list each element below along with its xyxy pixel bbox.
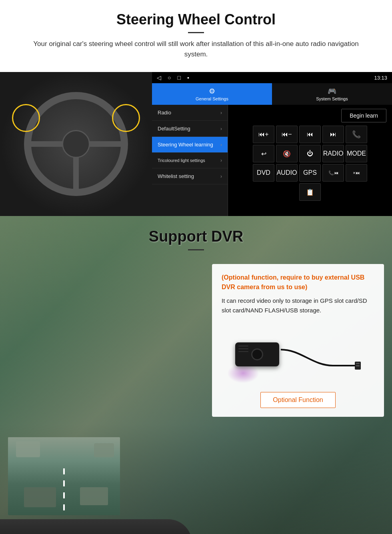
dvr-title: Support DVR: [0, 228, 392, 245]
menu-item-whitelist-label: Whitelist setting: [158, 173, 194, 179]
audio-button[interactable]: AUDIO: [276, 164, 298, 182]
dvr-divider: [188, 249, 204, 250]
svg-rect-1: [356, 363, 360, 364]
wheel-hub: [62, 130, 90, 158]
highlight-left: [12, 104, 40, 132]
menu-item-steering-label: Steering Wheel learning: [158, 142, 213, 148]
menu-panel: Radio › DefaultSetting › Steering Wheel …: [152, 105, 228, 216]
section1-title: Steering Wheel Control: [16, 11, 376, 28]
android-tabs: ⚙ General Settings 🎮 System Settings: [152, 83, 392, 105]
next-button[interactable]: ⏭: [322, 126, 344, 143]
cable-svg: [281, 338, 361, 370]
menu-item-whitelist[interactable]: Whitelist setting ›: [152, 168, 228, 184]
optional-btn-wrap: Optional Function: [222, 392, 374, 408]
menu-item-default-label: DefaultSetting: [158, 126, 190, 132]
radio-button[interactable]: RADIO: [322, 145, 344, 162]
control-row-1: ⏮+ ⏮− ⏮ ⏭ 📞: [230, 126, 390, 143]
begin-learn-button[interactable]: Begin learn: [341, 109, 386, 122]
control-row-4: 📋: [230, 183, 390, 201]
steering-wheel-section: Steering Wheel Control Your original car…: [0, 0, 392, 216]
title-divider: [188, 32, 204, 33]
nav-back-icon[interactable]: ◁: [157, 74, 161, 81]
vol-down-button[interactable]: ⏮−: [276, 126, 298, 143]
mute-button[interactable]: 🔇: [276, 145, 298, 162]
vol-up-button[interactable]: ⏮+: [253, 126, 274, 143]
system-settings-label: System Settings: [316, 96, 348, 101]
general-settings-label: General Settings: [196, 96, 228, 101]
nav-home-icon[interactable]: ○: [168, 74, 171, 81]
android-content: Radio › DefaultSetting › Steering Wheel …: [152, 105, 392, 216]
control-row-3: DVD AUDIO GPS 📞⏮ ×⏭: [230, 164, 390, 182]
tab-system-settings[interactable]: 🎮 System Settings: [272, 83, 392, 105]
control-panel: Begin learn ⏮+ ⏮− ⏮ ⏭ 📞 ↩ 🔇 ⏻: [228, 105, 392, 216]
menu-item-default-setting[interactable]: DefaultSetting ›: [152, 121, 228, 137]
begin-learn-row: Begin learn: [230, 107, 390, 124]
menu-arrow-radio: ›: [220, 110, 222, 116]
camera-lens: [251, 348, 263, 360]
menu-item-tricolour[interactable]: Tricoloured light settings ›: [152, 153, 228, 168]
back-button[interactable]: ↩: [253, 145, 274, 162]
menu-item-tricolour-label: Tricoloured light settings: [158, 158, 205, 163]
thumbnail-road: [8, 437, 120, 515]
mute-next-button[interactable]: ×⏭: [346, 164, 367, 182]
statusbar-time: 13:13: [374, 75, 387, 81]
menu-item-steering-wheel[interactable]: Steering Wheel learning ›: [152, 137, 228, 153]
android-statusbar: ◁ ○ □ ▪ 13:13: [152, 72, 392, 83]
dvd-button[interactable]: DVD: [253, 164, 274, 182]
android-ui-panel: ◁ ○ □ ▪ 13:13 ⚙ General Settings 🎮 Syste…: [152, 72, 392, 216]
dvr-section: Support DVR (Optional function, require …: [0, 216, 392, 534]
optional-function-button[interactable]: Optional Function: [260, 392, 335, 408]
steering-wheel-image: [0, 72, 152, 216]
tab-general-settings[interactable]: ⚙ General Settings: [152, 83, 272, 105]
menu-item-radio[interactable]: Radio ›: [152, 105, 228, 121]
nav-menu-icon[interactable]: ▪: [187, 74, 189, 81]
wheel-circle: [24, 92, 128, 196]
nav-buttons: ◁ ○ □ ▪: [157, 74, 189, 81]
menu-arrow-whitelist: ›: [220, 174, 222, 179]
camera-body: [235, 342, 279, 366]
highlight-right: [112, 104, 140, 132]
dvr-orange-text: (Optional function, require to buy exter…: [222, 273, 374, 292]
dvr-camera-illustration: [222, 322, 374, 386]
dvr-info-card: (Optional function, require to buy exter…: [212, 264, 384, 417]
power-button[interactable]: ⏻: [299, 145, 321, 162]
section1-title-area: Steering Wheel Control Your original car…: [0, 0, 392, 72]
dvr-title-area: Support DVR: [0, 216, 392, 255]
call-button[interactable]: 📞: [346, 126, 367, 143]
call-prev-button[interactable]: 📞⏮: [322, 164, 344, 182]
mode-button[interactable]: MODE: [346, 145, 367, 162]
dvr-black-text: It can record video only to storage in G…: [222, 296, 374, 315]
general-settings-icon: ⚙: [209, 87, 215, 96]
menu-item-radio-label: Radio: [158, 110, 171, 116]
menu-arrow-tricolour: ›: [220, 158, 222, 163]
dvr-thumbnail: [8, 437, 120, 515]
nav-square-icon[interactable]: □: [177, 74, 180, 81]
prev-button[interactable]: ⏮: [299, 126, 321, 143]
gps-button[interactable]: GPS: [299, 164, 321, 182]
dvr-dashboard: [0, 519, 192, 534]
section1-subtitle: Your original car's steering wheel contr…: [24, 39, 368, 59]
steering-demo-area: ◁ ○ □ ▪ 13:13 ⚙ General Settings 🎮 Syste…: [0, 72, 392, 216]
system-settings-icon: 🎮: [328, 87, 336, 96]
screenshot-button[interactable]: 📋: [299, 183, 321, 201]
svg-rect-2: [356, 365, 360, 366]
menu-arrow-steering: ›: [220, 142, 222, 148]
steering-wheel-photo: [0, 72, 152, 216]
control-row-2: ↩ 🔇 ⏻ RADIO MODE: [230, 145, 390, 162]
menu-arrow-default: ›: [220, 126, 222, 132]
